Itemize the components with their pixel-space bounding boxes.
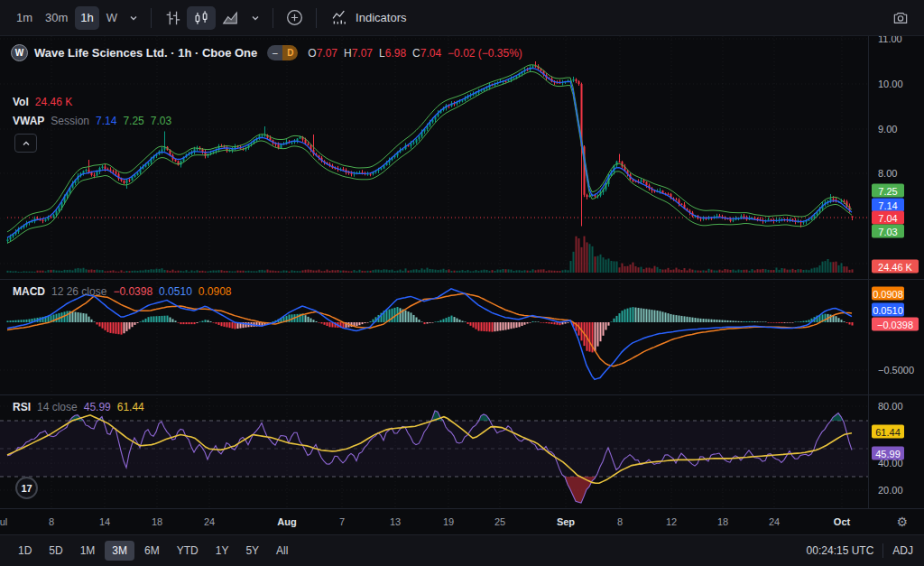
price-price-label-7.14: 7.14 xyxy=(872,199,904,212)
vwap-param: Session xyxy=(51,115,89,127)
trading-chart-app: 1m30m1hW xyxy=(0,0,924,566)
toolbar-divider xyxy=(882,543,883,558)
volume-label: Vol xyxy=(13,96,29,108)
toolbar-divider xyxy=(151,8,152,28)
vwap-value-0: 7.14 xyxy=(96,115,116,127)
macd-value-2: 0.0908 xyxy=(199,285,232,298)
time-label-18: 18 xyxy=(717,516,728,527)
price-price-label-7.03: 7.03 xyxy=(872,225,904,238)
vwap-value-1: 7.25 xyxy=(123,115,143,127)
rsi-price-label-61.44: 61.44 xyxy=(872,425,904,439)
rsi-params: 14 close xyxy=(37,401,78,413)
interval-button-1m[interactable]: 1m xyxy=(11,6,38,30)
toolbar-divider xyxy=(316,8,317,28)
range-button-All[interactable]: All xyxy=(269,541,295,561)
price-price-label-7.04: 7.04 xyxy=(872,211,904,225)
time-label-Aug: Aug xyxy=(277,516,296,527)
time-label-18: 18 xyxy=(152,516,162,527)
time-label-24: 24 xyxy=(204,516,215,527)
camera-icon xyxy=(892,9,910,27)
macd-values: −0.03980.05100.0908 xyxy=(113,285,231,298)
top-toolbar: 1m30m1hW xyxy=(0,0,924,36)
price-price-label-7.25: 7.25 xyxy=(872,184,904,198)
macd-price-label-−0.0398: −0.0398 xyxy=(872,318,919,331)
bar-chart-type-button[interactable] xyxy=(158,6,187,30)
macd-price-label-0.0908: 0.0908 xyxy=(872,287,904,301)
time-scale[interactable]: ⚙ ul8141824Aug7131925Sep8121824Oct xyxy=(0,508,924,534)
price-tick-9.00: 9.00 xyxy=(878,124,897,135)
vwap-value-2: 7.03 xyxy=(151,115,171,127)
chart-region: 11.0010.009.008.007.257.147.047.0324.46 … xyxy=(0,36,924,534)
price-pane[interactable] xyxy=(0,36,868,279)
change-value: −0.02 (−0.35%) xyxy=(448,47,522,60)
time-label-19: 19 xyxy=(443,516,454,527)
chevron-down-icon[interactable] xyxy=(123,6,144,30)
rsi-values: 45.9961.44 xyxy=(84,401,144,413)
tradingview-logo[interactable]: 17 xyxy=(15,477,38,499)
symbol-legend-row: W Wave Life Sciences Ltd. · 1h · Cboe On… xyxy=(11,44,522,61)
chevron-up-icon xyxy=(22,139,31,148)
gear-icon[interactable]: ⚙ xyxy=(896,515,908,529)
rsi-label: RSI xyxy=(13,401,31,413)
range-button-YTD[interactable]: YTD xyxy=(170,541,206,561)
price-scale[interactable]: 11.0010.009.008.007.257.147.047.0324.46 … xyxy=(868,36,924,508)
indicators-label: Indicators xyxy=(356,11,406,24)
collapse-legend-button[interactable] xyxy=(14,134,37,153)
time-label-8: 8 xyxy=(617,516,623,527)
date-range-group: 1D5D1M3M6MYTD1Y5YAll xyxy=(11,541,295,561)
time-label-7: 7 xyxy=(339,516,345,527)
rsi-price-label-45.99: 45.99 xyxy=(872,447,904,460)
chart-type-chevron-icon[interactable] xyxy=(245,6,266,30)
interval-button-1h[interactable]: 1h xyxy=(75,6,98,30)
interval-button-W[interactable]: W xyxy=(101,6,123,30)
symbol-title[interactable]: Wave Life Sciences Ltd. · 1h · Cboe One xyxy=(34,46,257,60)
macd-tick-−0.5000: −0.5000 xyxy=(878,365,914,376)
range-button-1Y[interactable]: 1Y xyxy=(208,541,236,561)
indicators-button[interactable]: Indicators xyxy=(323,6,413,30)
adjusted-toggle[interactable]: ADJ xyxy=(892,544,913,557)
interval-button-30m[interactable]: 30m xyxy=(40,6,73,30)
clock[interactable]: 00:24:15 UTC xyxy=(807,544,874,557)
time-label-14: 14 xyxy=(99,516,110,527)
range-button-1M[interactable]: 1M xyxy=(73,541,103,561)
price-price-label-24.46 K: 24.46 K xyxy=(872,260,919,274)
macd-price-label-0.0510: 0.0510 xyxy=(872,303,904,317)
ohlc-values: O7.07H7.07L6.98C7.04 xyxy=(308,47,441,60)
time-label-25: 25 xyxy=(494,516,505,527)
range-button-5Y[interactable]: 5Y xyxy=(238,541,266,561)
ohlc-C: C7.04 xyxy=(412,47,441,60)
time-label-ul: ul xyxy=(0,516,7,527)
range-button-5D[interactable]: 5D xyxy=(42,541,69,561)
rsi-value-0: 45.99 xyxy=(84,401,111,413)
pane-separator[interactable] xyxy=(0,508,924,509)
macd-label: MACD xyxy=(13,285,45,298)
area-chart-type-button[interactable] xyxy=(216,6,245,30)
interval-mode-toggle[interactable]: – D xyxy=(267,45,298,60)
rsi-value-1: 61.44 xyxy=(117,401,144,413)
price-tick-10.00: 10.00 xyxy=(878,79,903,89)
pane-separator[interactable] xyxy=(0,394,924,395)
range-button-6M[interactable]: 6M xyxy=(137,541,167,561)
interval-button-group: 1m30m1hW xyxy=(11,6,123,30)
macd-value-0: −0.0398 xyxy=(113,285,152,298)
time-label-Oct: Oct xyxy=(834,516,850,527)
macd-params: 12 26 close xyxy=(51,285,106,298)
pane-separator[interactable] xyxy=(0,279,924,280)
volume-value: 24.46 K xyxy=(35,96,72,108)
rsi-tick-80.00: 80.00 xyxy=(878,401,903,412)
time-label-12: 12 xyxy=(666,516,677,527)
time-label-24: 24 xyxy=(769,516,780,527)
range-button-1D[interactable]: 1D xyxy=(11,541,39,561)
macd-legend-row: MACD 12 26 close −0.03980.05100.0908 xyxy=(13,285,232,298)
rsi-tick-20.00: 20.00 xyxy=(878,485,903,496)
compare-add-button[interactable] xyxy=(280,6,310,30)
symbol-logo[interactable]: W xyxy=(11,44,28,61)
vwap-legend-row: VWAP Session 7.147.257.03 xyxy=(13,115,171,127)
candlestick-chart-type-button[interactable] xyxy=(187,6,216,30)
ohlc-O: O7.07 xyxy=(308,47,337,60)
ohlc-H: H7.07 xyxy=(344,47,373,60)
range-button-3M[interactable]: 3M xyxy=(105,541,134,561)
ohlc-L: L6.98 xyxy=(379,47,406,60)
screenshot-camera-button[interactable] xyxy=(888,6,913,30)
time-label-13: 13 xyxy=(390,516,401,527)
